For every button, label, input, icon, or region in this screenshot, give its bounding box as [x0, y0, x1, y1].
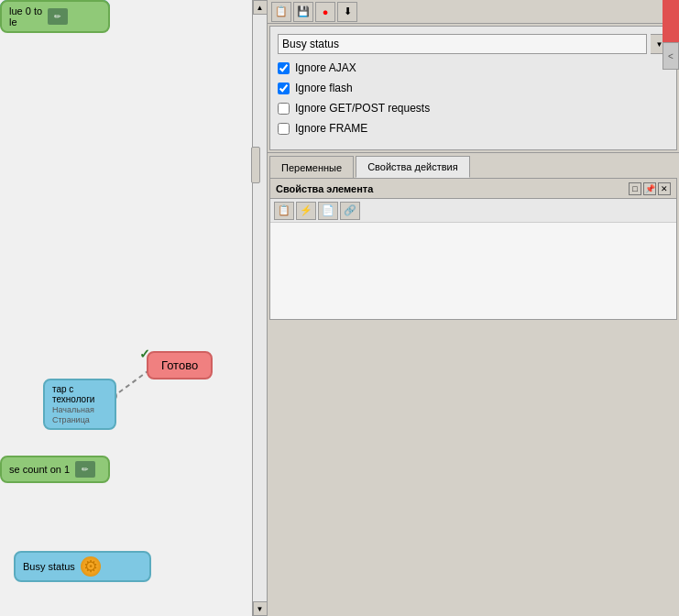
- ignore-frame-label: Ignore FRAME: [295, 122, 367, 135]
- toolbar-stop-btn[interactable]: ●: [315, 2, 335, 22]
- ignore-getpost-label: Ignore GET/POST requests: [295, 102, 430, 115]
- side-red-btn[interactable]: [663, 0, 679, 42]
- tab-action-props[interactable]: Свойства действия: [356, 156, 470, 178]
- node-value[interactable]: lue 0 tole ✏: [0, 0, 110, 33]
- elem-toolbar-table-btn[interactable]: 📋: [274, 202, 294, 220]
- elem-toolbar: 📋 ⚡ 📄 🔗: [270, 199, 676, 223]
- properties-area: Busy status ▼ Ignore AJAX Ignore flash I…: [269, 26, 677, 150]
- canvas-area: cookies /www.yandex. 🌐 lue 0 tole ✏ тар …: [0, 0, 253, 616]
- tab-variables[interactable]: Переменные: [269, 156, 354, 178]
- toolbar-clipboard-btn[interactable]: 📋: [271, 2, 291, 22]
- node-count-label: se count on 1: [9, 464, 70, 475]
- scroll-down-btn[interactable]: ▼: [253, 601, 268, 616]
- close-btn[interactable]: ✕: [658, 182, 671, 195]
- elem-toolbar-link-btn[interactable]: 🔗: [340, 202, 360, 220]
- ignore-frame-checkbox[interactable]: [278, 123, 290, 135]
- dropdown-row: Busy status ▼: [278, 34, 669, 54]
- left-scrollbar[interactable]: ▲ ▼: [252, 0, 267, 616]
- node-busy-label: Busy status: [23, 561, 75, 572]
- pin-btn[interactable]: 📌: [643, 182, 656, 195]
- elem-props-controls: □ 📌 ✕: [629, 182, 671, 195]
- elem-toolbar-doc-btn[interactable]: 📄: [318, 202, 338, 220]
- ignore-ajax-row: Ignore AJAX: [278, 61, 669, 74]
- node-tech[interactable]: тар с технологиНачальная Страница: [43, 379, 116, 430]
- ignore-flash-label: Ignore flash: [295, 82, 353, 94]
- restore-btn[interactable]: □: [629, 182, 641, 195]
- node-done[interactable]: Готово: [147, 351, 213, 380]
- scroll-up-btn[interactable]: ▲: [253, 0, 268, 15]
- connectors-svg: [0, 0, 253, 616]
- ignore-getpost-checkbox[interactable]: [278, 103, 290, 115]
- node-value-label: lue 0 tole: [9, 6, 42, 28]
- ignore-flash-row: Ignore flash: [278, 82, 669, 94]
- node-tech-label: тар с технологиНачальная Страница: [52, 384, 107, 424]
- busy-status-dropdown[interactable]: Busy status: [278, 34, 647, 54]
- node-count[interactable]: se count on 1 ✏: [0, 456, 110, 483]
- node-done-label: Готово: [161, 358, 198, 372]
- elem-toolbar-lightning-btn[interactable]: ⚡: [296, 202, 316, 220]
- ignore-frame-row: Ignore FRAME: [278, 122, 669, 135]
- element-properties-panel: Свойства элемента □ 📌 ✕ 📋 ⚡ 📄 🔗: [269, 178, 677, 320]
- side-buttons: <: [663, 0, 679, 70]
- elem-props-header: Свойства элемента □ 📌 ✕: [270, 179, 676, 199]
- right-panel: 📋 💾 ● ⬇ Busy status ▼ Ignore AJAX Ignore…: [268, 0, 679, 616]
- node-busy-status[interactable]: Busy status: [14, 551, 151, 582]
- center-drag-handle[interactable]: [251, 147, 260, 183]
- chalkboard-icon: ✏: [48, 8, 68, 25]
- chalkboard-icon-2: ✏: [75, 461, 95, 478]
- side-gray-btn[interactable]: <: [663, 42, 679, 70]
- gear-icon-2: [81, 556, 101, 577]
- toolbar-save-btn[interactable]: 💾: [293, 2, 313, 22]
- elem-content-area: [270, 223, 676, 319]
- ignore-flash-checkbox[interactable]: [278, 82, 290, 94]
- ignore-getpost-row: Ignore GET/POST requests: [278, 102, 669, 115]
- canvas-panel: cookies /www.yandex. 🌐 lue 0 tole ✏ тар …: [0, 0, 268, 616]
- toolbar-down-btn[interactable]: ⬇: [337, 2, 357, 22]
- scroll-track: [253, 15, 268, 601]
- elem-props-title: Свойства элемента: [276, 183, 373, 194]
- top-toolbar: 📋 💾 ● ⬇: [268, 0, 679, 24]
- ignore-ajax-checkbox[interactable]: [278, 62, 290, 74]
- ignore-ajax-label: Ignore AJAX: [295, 61, 356, 74]
- tabs-bar: Переменные Свойства действия: [268, 152, 679, 178]
